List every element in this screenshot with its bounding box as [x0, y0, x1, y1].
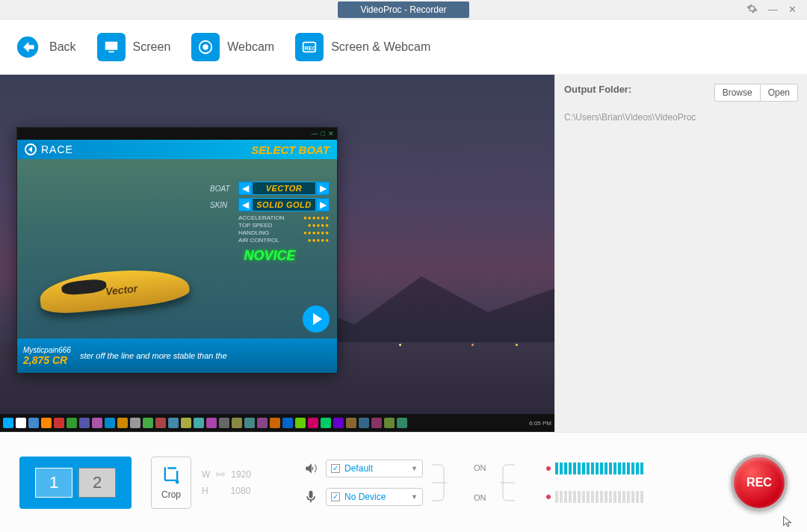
skin-value: SOLID GOLD	[252, 198, 316, 211]
boat-graphic	[25, 241, 197, 316]
captured-taskbar: 6:05 PM	[0, 414, 554, 432]
record-button[interactable]: REC	[731, 454, 788, 511]
prev-boat-icon: ◀	[238, 182, 252, 195]
back-label: Back	[49, 40, 76, 54]
mic-state: ON	[474, 493, 486, 502]
speaker-state: ON	[474, 463, 486, 472]
monitor-1-button[interactable]: 1	[35, 468, 72, 498]
crop-dimensions: W⚯1920 H1080	[202, 466, 251, 499]
link-icon: ⚯	[216, 468, 225, 480]
webcam-mode-button[interactable]: Webcam	[191, 33, 274, 61]
mic-level-meter	[546, 491, 643, 503]
open-button[interactable]: Open	[760, 84, 798, 102]
browse-button[interactable]: Browse	[714, 84, 760, 102]
game-title: SELECT BOAT	[251, 143, 330, 156]
settings-gear-icon[interactable]	[746, 3, 758, 16]
back-button[interactable]: Back	[13, 33, 76, 61]
crop-button[interactable]: Crop	[151, 457, 191, 509]
boat-value: VECTOR	[252, 182, 316, 195]
game-race-label: RACE	[41, 143, 73, 155]
close-icon[interactable]: ✕	[788, 4, 797, 15]
screen-webcam-label: Screen & Webcam	[331, 40, 430, 54]
screen-webcam-icon: REC	[295, 33, 324, 61]
minimize-icon[interactable]: —	[768, 4, 778, 15]
speaker-icon	[303, 461, 318, 476]
webcam-icon	[191, 33, 220, 61]
captured-window: —□✕ RACE SELECT BOAT BOAT ◀ VECTOR ▶	[16, 127, 338, 374]
game-credits: 2,875 CR	[23, 354, 71, 366]
next-boat-icon: ▶	[316, 182, 330, 195]
webcam-label: Webcam	[227, 40, 274, 54]
titlebar: VideoProc - Recorder — ✕	[0, 0, 807, 19]
game-back-icon	[25, 143, 37, 155]
cursor-icon	[782, 516, 794, 528]
preview-area: —□✕ RACE SELECT BOAT BOAT ◀ VECTOR ▶	[0, 75, 554, 432]
bottom-panel: 1 2 Crop W⚯1920 H1080 ✓Default▼ ✓No Devi…	[0, 432, 807, 532]
crop-label: Crop	[161, 489, 181, 500]
speaker-level-meter	[546, 463, 643, 474]
next-skin-icon: ▶	[316, 198, 330, 211]
svg-point-1	[203, 44, 208, 49]
mode-toolbar: Back Screen Webcam REC Screen & Webcam	[0, 19, 807, 75]
game-username: Mysticpain666	[23, 346, 71, 354]
crop-icon	[161, 466, 182, 486]
prev-skin-icon: ◀	[238, 198, 252, 211]
mic-device-select[interactable]: ✓No Device▼	[326, 488, 423, 506]
output-folder-path: C:\Users\Brian\Videos\VideoProc	[564, 112, 798, 123]
monitor-selector: 1 2	[19, 457, 132, 509]
game-description: ster off the line and more stable than t…	[80, 351, 331, 360]
screen-label: Screen	[133, 40, 171, 54]
sidebar: Output Folder: Browse Open C:\Users\Bria…	[554, 75, 807, 432]
window-title: VideoProc - Recorder	[338, 1, 469, 18]
microphone-icon	[303, 489, 318, 504]
difficulty-label: NOVICE	[210, 248, 330, 264]
svg-text:REC: REC	[305, 44, 317, 51]
screen-icon	[97, 33, 126, 61]
svg-point-4	[176, 480, 179, 483]
monitor-2-button[interactable]: 2	[78, 468, 116, 498]
screen-mode-button[interactable]: Screen	[97, 33, 171, 61]
screen-webcam-mode-button[interactable]: REC Screen & Webcam	[295, 33, 430, 61]
play-icon	[303, 306, 330, 332]
back-arrow-icon	[13, 33, 42, 61]
output-folder-label: Output Folder:	[564, 84, 631, 95]
speaker-device-select[interactable]: ✓Default▼	[326, 460, 423, 477]
